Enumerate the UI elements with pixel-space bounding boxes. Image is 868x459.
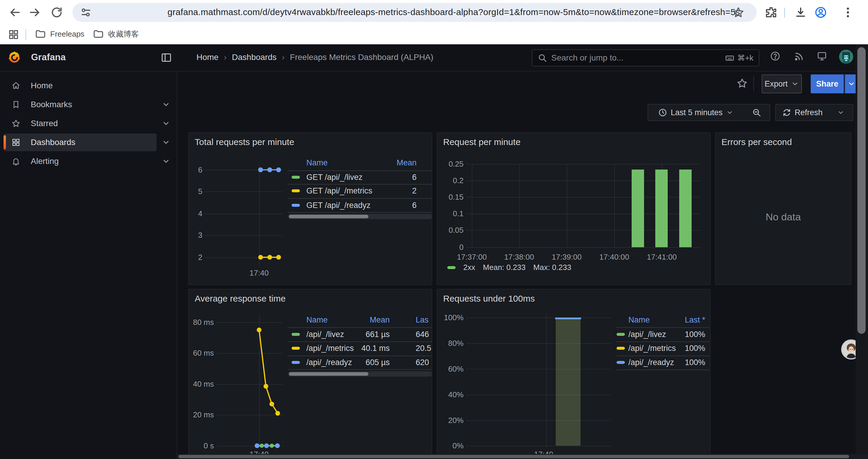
legend-series-name[interactable]: GET /api/_/metrics: [306, 186, 372, 196]
chevron-down-icon[interactable]: [162, 157, 170, 165]
profile-icon[interactable]: [814, 6, 827, 19]
search-placeholder: Search or jump to...: [551, 53, 725, 63]
share-menu-button[interactable]: [845, 74, 857, 93]
legend-scrollbar-thumb[interactable]: [289, 372, 368, 376]
legend-header-separator: [617, 327, 710, 328]
sidebar-nav: HomeBookmarksStarredDashboardsAlerting: [0, 71, 177, 459]
chevron-down-icon[interactable]: [162, 119, 170, 128]
x-axis-tick: 17:40:00: [588, 252, 641, 262]
zoom-out-button[interactable]: [743, 104, 770, 121]
tab-groups-icon[interactable]: [8, 29, 20, 40]
sidebar-item-home[interactable]: Home: [4, 77, 157, 95]
legend-series-name[interactable]: /api/_/metrics: [306, 343, 354, 353]
legend-column-header[interactable]: Name: [306, 158, 328, 167]
site-settings-icon[interactable]: [80, 6, 92, 19]
breadcrumb-item[interactable]: Home: [196, 53, 219, 62]
series-color-pill[interactable]: [291, 176, 300, 179]
legend-series-name[interactable]: /api/_/readyz: [628, 358, 674, 367]
legend-table: NameMeanLas/api/_/livez661 µs646/api/_/m…: [288, 290, 432, 458]
grafana-logo[interactable]: [8, 51, 21, 64]
legend-series-name[interactable]: /api/_/livez: [628, 330, 666, 339]
legend-series-name[interactable]: /api/_/metrics: [628, 343, 676, 353]
chevron-down-icon: [726, 109, 733, 116]
address-bar[interactable]: grafana.mathmast.com/d/deytv4rwavabkb/fr…: [72, 3, 756, 22]
search-input[interactable]: Search or jump to... ⌘+k: [532, 49, 759, 66]
series-color-pill[interactable]: [617, 347, 625, 350]
back-icon[interactable]: [8, 6, 21, 19]
legend-column-header[interactable]: Last *: [685, 315, 705, 325]
browser-toolbar: grafana.mathmast.com/d/deytv4rwavabkb/fr…: [0, 0, 868, 25]
series-color-pill[interactable]: [291, 347, 300, 350]
legend-scrollbar[interactable]: [288, 371, 432, 376]
browser-menu-icon[interactable]: [841, 6, 855, 19]
news-rss-icon[interactable]: [794, 51, 804, 61]
breadcrumb-item[interactable]: Dashboards: [232, 53, 277, 62]
legend-column-header[interactable]: Mean: [370, 315, 390, 325]
chevron-down-icon[interactable]: [162, 138, 170, 146]
share-button[interactable]: Share: [811, 74, 844, 93]
reload-icon[interactable]: [50, 6, 63, 19]
refresh-interval-button[interactable]: [829, 104, 853, 121]
legend-row-separator: [288, 369, 432, 370]
tv-kiosk-icon[interactable]: [816, 51, 827, 61]
legend-scrollbar-thumb[interactable]: [289, 215, 368, 218]
vertical-scrollbar-thumb[interactable]: [857, 47, 866, 334]
sidebar-item-bookmarks[interactable]: Bookmarks: [4, 96, 157, 113]
legend-series-name[interactable]: 2xx: [463, 263, 475, 272]
series-color-pill[interactable]: [291, 361, 300, 364]
search-shortcut: ⌘+k: [725, 53, 753, 63]
panel-title[interactable]: Errors per second: [721, 137, 792, 147]
horizontal-scrollbar[interactable]: [177, 454, 868, 459]
series-color-pill[interactable]: [291, 189, 300, 192]
sidebar-item-starred[interactable]: Starred: [4, 114, 157, 132]
vertical-scrollbar[interactable]: [856, 44, 868, 459]
series-color-pill[interactable]: [617, 333, 625, 336]
legend-mean: Mean: 0.233: [483, 263, 526, 272]
extensions-icon[interactable]: [765, 6, 778, 19]
breadcrumb-separator: ›: [282, 53, 284, 62]
series-color-pill[interactable]: [617, 361, 625, 364]
legend-row: 2xxMean: 0.233Max: 0.233: [447, 263, 571, 272]
grafana-topnav: Grafana Home›Dashboards›Freeleaps Metric…: [0, 44, 868, 71]
legend-scrollbar[interactable]: [288, 214, 432, 219]
downloads-icon[interactable]: [794, 6, 807, 19]
bookmark-star-icon[interactable]: [732, 6, 745, 19]
breadcrumb-item[interactable]: Freeleaps Metrics Dashboard (ALPHA): [290, 53, 433, 62]
refresh-button[interactable]: Refresh: [775, 104, 830, 121]
sidebar-item-dashboards[interactable]: Dashboards: [4, 133, 157, 151]
legend-column-header[interactable]: Mean: [397, 158, 416, 167]
y-axis-tick: 0%: [437, 441, 464, 451]
legend-column-header[interactable]: Name: [628, 315, 650, 325]
help-icon[interactable]: [770, 51, 780, 61]
forward-icon[interactable]: [28, 6, 41, 19]
legend-series-name[interactable]: /api/_/livez: [306, 330, 344, 339]
horizontal-scrollbar-thumb[interactable]: [179, 455, 849, 458]
legend-series-name[interactable]: GET /api/_/livez: [306, 172, 363, 182]
series-color-pill[interactable]: [291, 204, 300, 207]
legend-row-separator: [288, 356, 432, 356]
legend-series-name[interactable]: /api/_/readyz: [306, 358, 352, 367]
gridline: [466, 343, 611, 344]
series-color-pill[interactable]: [447, 266, 456, 269]
legend-column-header[interactable]: Las: [416, 315, 429, 325]
user-avatar[interactable]: [839, 50, 853, 64]
y-axis-tick: 0.05: [437, 225, 464, 235]
sidebar-item-alerting[interactable]: Alerting: [4, 153, 157, 170]
bookmark-folder-blogs[interactable]: 收藏博客: [93, 28, 139, 40]
legend-max: Max: 0.233: [533, 263, 571, 272]
y-axis-tick: 100%: [437, 313, 464, 322]
sidebar-toggle-icon[interactable]: [160, 52, 172, 64]
panel-request-per-minute: Request per minute 0.250.20.150.10.05017…: [437, 132, 711, 285]
export-button[interactable]: Export: [762, 74, 802, 93]
bookmark-folder-label: 收藏博客: [108, 29, 139, 39]
bookmark-folder-freeleaps[interactable]: Freeleaps: [35, 28, 85, 40]
y-axis-tick: 60%: [437, 364, 464, 374]
toolbar-divider: [784, 8, 785, 18]
series-color-pill[interactable]: [291, 333, 300, 336]
time-range-picker[interactable]: Last 5 minutes: [648, 104, 744, 121]
url-text[interactable]: grafana.mathmast.com/d/deytv4rwavabkb/fr…: [167, 7, 740, 17]
chevron-down-icon[interactable]: [162, 100, 170, 109]
legend-column-header[interactable]: Name: [306, 315, 328, 325]
legend-series-name[interactable]: GET /api/_/readyz: [306, 201, 370, 210]
favorite-star-icon[interactable]: [736, 77, 748, 89]
